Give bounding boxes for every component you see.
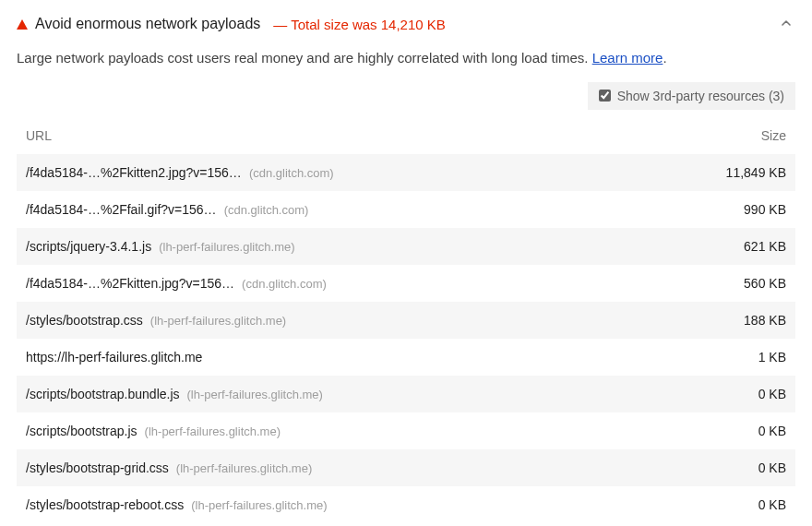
url-cell: /styles/bootstrap-grid.css(lh-perf-failu… bbox=[26, 460, 694, 475]
size-cell: 0 KB bbox=[694, 497, 786, 512]
url-host: (lh-perf-failures.glitch.me) bbox=[150, 314, 286, 328]
table-body: /f4da5184-…%2Fkitten2.jpg?v=156…(cdn.gli… bbox=[17, 154, 795, 523]
third-party-toggle[interactable]: Show 3rd-party resources (3) bbox=[588, 82, 795, 110]
url-cell: /f4da5184-…%2Ffail.gif?v=156…(cdn.glitch… bbox=[26, 202, 694, 217]
audit-header[interactable]: Avoid enormous network payloads Total si… bbox=[17, 13, 795, 35]
url-path[interactable]: /scripts/bootstrap.js bbox=[26, 424, 137, 438]
url-cell: /styles/bootstrap-reboot.css(lh-perf-fai… bbox=[26, 497, 694, 512]
url-path[interactable]: /scripts/bootstrap.bundle.js bbox=[26, 387, 180, 401]
table-row: /scripts/bootstrap.js(lh-perf-failures.g… bbox=[17, 412, 795, 449]
audit-description: Large network payloads cost users real m… bbox=[17, 48, 795, 69]
url-host: (cdn.glitch.com) bbox=[242, 277, 327, 291]
url-cell: /f4da5184-…%2Fkitten2.jpg?v=156…(cdn.gli… bbox=[26, 165, 694, 180]
warning-triangle-icon bbox=[17, 19, 28, 30]
url-host: (cdn.glitch.com) bbox=[224, 203, 309, 217]
table-row: /scripts/jquery-3.4.1.js(lh-perf-failure… bbox=[17, 228, 795, 265]
table-row: /styles/bootstrap-grid.css(lh-perf-failu… bbox=[17, 449, 795, 486]
url-host: (lh-perf-failures.glitch.me) bbox=[159, 240, 294, 254]
table-row: /f4da5184-…%2Fkitten2.jpg?v=156…(cdn.gli… bbox=[17, 154, 795, 191]
size-cell: 1 KB bbox=[694, 350, 786, 365]
url-host: (lh-perf-failures.glitch.me) bbox=[176, 461, 312, 475]
size-cell: 0 KB bbox=[694, 460, 786, 475]
table-row: https://lh-perf-failures.glitch.me1 KB bbox=[17, 339, 795, 376]
url-host: (lh-perf-failures.glitch.me) bbox=[191, 498, 327, 512]
third-party-checkbox[interactable] bbox=[599, 90, 611, 102]
url-path[interactable]: https://lh-perf-failures.glitch.me bbox=[26, 350, 202, 365]
url-cell: https://lh-perf-failures.glitch.me bbox=[26, 350, 694, 365]
url-host: (lh-perf-failures.glitch.me) bbox=[145, 424, 281, 438]
url-cell: /scripts/bootstrap.bundle.js(lh-perf-fai… bbox=[26, 387, 694, 401]
url-path[interactable]: /f4da5184-…%2Fkitten2.jpg?v=156… bbox=[26, 165, 242, 180]
size-cell: 990 KB bbox=[694, 202, 786, 217]
size-cell: 0 KB bbox=[694, 424, 786, 438]
chevron-up-icon[interactable] bbox=[777, 13, 795, 35]
table-row: /f4da5184-…%2Fkitten.jpg?v=156…(cdn.glit… bbox=[17, 265, 795, 302]
url-cell: /styles/bootstrap.css(lh-perf-failures.g… bbox=[26, 313, 694, 328]
table-row: /f4da5184-…%2Ffail.gif?v=156…(cdn.glitch… bbox=[17, 191, 795, 228]
resource-table: URL Size /f4da5184-…%2Fkitten2.jpg?v=156… bbox=[17, 117, 795, 523]
audit-title: Avoid enormous network payloads bbox=[35, 16, 260, 32]
size-cell: 621 KB bbox=[694, 239, 786, 254]
table-row: /styles/bootstrap.css(lh-perf-failures.g… bbox=[17, 302, 795, 339]
url-host: (cdn.glitch.com) bbox=[249, 166, 334, 180]
url-cell: /scripts/bootstrap.js(lh-perf-failures.g… bbox=[26, 424, 694, 438]
url-cell: /f4da5184-…%2Fkitten.jpg?v=156…(cdn.glit… bbox=[26, 276, 694, 291]
url-path[interactable]: /styles/bootstrap-reboot.css bbox=[26, 497, 184, 512]
url-path[interactable]: /f4da5184-…%2Ffail.gif?v=156… bbox=[26, 202, 217, 217]
third-party-label: Show 3rd-party resources (3) bbox=[617, 89, 784, 103]
url-path[interactable]: /styles/bootstrap.css bbox=[26, 313, 143, 328]
url-path[interactable]: /styles/bootstrap-grid.css bbox=[26, 460, 169, 475]
table-header-row: URL Size bbox=[17, 117, 795, 154]
audit-size-summary: Total size was 14,210 KB bbox=[273, 17, 446, 32]
size-cell: 11,849 KB bbox=[694, 165, 786, 180]
column-header-size: Size bbox=[694, 128, 786, 143]
learn-more-link[interactable]: Learn more bbox=[592, 50, 663, 66]
audit-description-text: Large network payloads cost users real m… bbox=[17, 50, 592, 66]
url-path[interactable]: /f4da5184-…%2Fkitten.jpg?v=156… bbox=[26, 276, 234, 291]
size-cell: 188 KB bbox=[694, 313, 786, 328]
table-row: /scripts/bootstrap.bundle.js(lh-perf-fai… bbox=[17, 376, 795, 412]
third-party-bar: Show 3rd-party resources (3) bbox=[17, 82, 795, 110]
url-path[interactable]: /scripts/jquery-3.4.1.js bbox=[26, 239, 151, 254]
column-header-url: URL bbox=[26, 128, 694, 143]
table-row: /styles/bootstrap-reboot.css(lh-perf-fai… bbox=[17, 486, 795, 523]
size-cell: 560 KB bbox=[694, 276, 786, 291]
size-cell: 0 KB bbox=[694, 387, 786, 401]
url-cell: /scripts/jquery-3.4.1.js(lh-perf-failure… bbox=[26, 239, 694, 254]
url-host: (lh-perf-failures.glitch.me) bbox=[187, 388, 323, 401]
